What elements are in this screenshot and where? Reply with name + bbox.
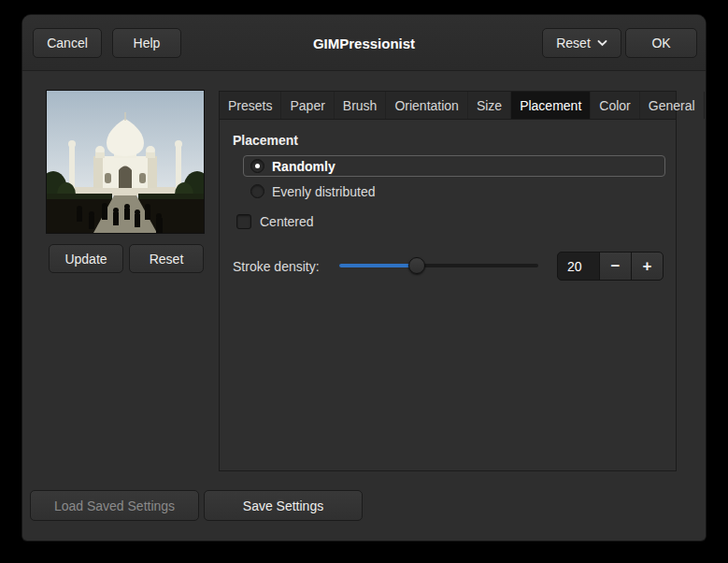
preview-reset-label: Reset [150,252,184,267]
dialog-title: GIMPressionist [191,15,537,71]
headerbar[interactable]: Cancel Help GIMPressionist Reset OK [22,15,706,71]
stroke-density-slider[interactable] [339,256,538,275]
help-button[interactable]: Help [112,28,181,58]
tab-presets-label: Presets [228,98,272,113]
tab-bar: Presets Paper Brush Orientation Size Pla… [220,92,676,120]
tab-paper-label: Paper [290,98,324,113]
tab-color[interactable]: Color [591,92,639,119]
checkbox-unchecked-icon [236,214,251,229]
stroke-density-value-field[interactable]: 20 [557,252,600,281]
slider-fill [339,264,417,267]
plus-button[interactable]: + [631,252,664,281]
save-settings-button[interactable]: Save Settings [204,490,363,521]
tab-brush-label: Brush [343,98,378,113]
slider-handle[interactable] [408,257,425,274]
stroke-density-spinbox: 20 − + [557,252,664,281]
cancel-button[interactable]: Cancel [33,28,102,58]
radio-selected-icon [250,159,264,173]
tab-size-label: Size [477,98,502,113]
reset-menu-button[interactable]: Reset [542,28,621,58]
centered-checkbox-row[interactable]: Centered [236,213,314,230]
radio-randomly[interactable]: Randomly [243,155,665,177]
placement-section-title: Placement [233,133,298,148]
plus-icon: + [643,257,652,276]
save-settings-label: Save Settings [243,498,323,513]
chevron-down-icon [597,40,607,47]
update-button[interactable]: Update [49,244,123,273]
screen: Cancel Help GIMPressionist Reset OK [0,0,728,563]
reset-menu-label: Reset [556,36,591,51]
help-button-label: Help [134,36,161,51]
taj-mahal-illustration [47,91,204,233]
update-button-label: Update [64,252,107,267]
radio-randomly-label: Randomly [272,159,335,174]
load-saved-settings-label: Load Saved Settings [54,498,175,513]
preview-image-taj-mahal [47,91,204,233]
centered-checkbox-label: Centered [260,214,314,229]
preview-reset-button[interactable]: Reset [129,244,204,273]
tab-brush[interactable]: Brush [335,92,387,119]
ok-button[interactable]: OK [625,28,697,58]
ok-button-label: OK [651,36,670,51]
tab-orientation[interactable]: Orientation [386,92,467,119]
tab-orientation-label: Orientation [394,98,458,113]
load-saved-settings-button[interactable]: Load Saved Settings [30,490,199,521]
minus-button[interactable]: − [599,252,632,281]
tab-paper[interactable]: Paper [281,92,334,119]
minus-icon: − [611,257,621,276]
radio-unselected-icon [250,184,264,198]
gimpressionist-dialog: Cancel Help GIMPressionist Reset OK [22,15,706,541]
tab-general[interactable]: General [640,92,705,119]
tab-general-label: General [649,98,695,113]
tab-placement[interactable]: Placement [511,92,591,119]
tab-presets[interactable]: Presets [220,92,281,119]
radio-evenly-label: Evenly distributed [272,184,376,199]
settings-notebook: Presets Paper Brush Orientation Size Pla… [219,91,677,471]
tab-size[interactable]: Size [468,92,511,119]
cancel-button-label: Cancel [47,36,88,51]
tab-color-label: Color [599,98,630,113]
radio-evenly-distributed[interactable]: Evenly distributed [243,180,665,202]
stroke-density-label: Stroke density: [233,259,320,274]
tab-placement-label: Placement [520,98,581,113]
